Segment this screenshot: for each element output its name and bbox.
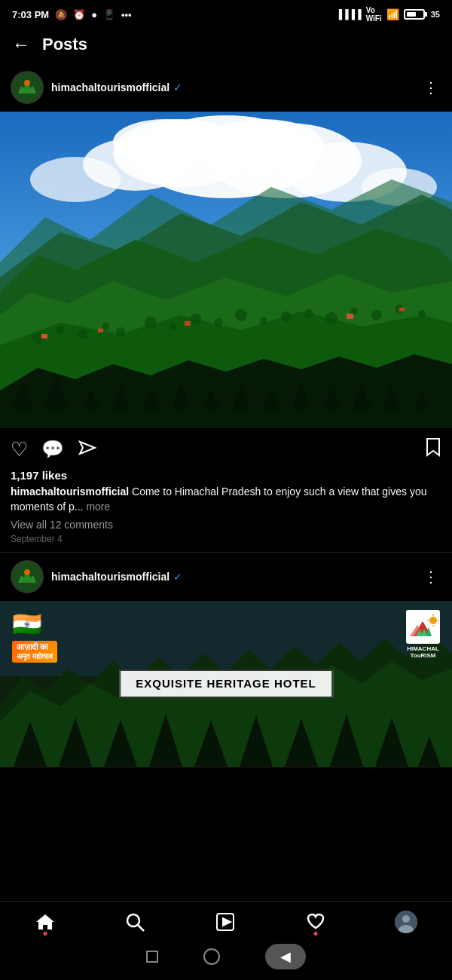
svg-point-1 bbox=[24, 80, 30, 86]
svg-point-18 bbox=[170, 323, 177, 330]
post-2-image: 🇮🇳 आज़ादी का अमृत महोत्सव bbox=[0, 601, 452, 767]
heritage-box: EXQUISITE HERITAGE HOTEL bbox=[119, 669, 333, 698]
battery-level: 35 bbox=[431, 10, 440, 19]
post-1-info: 1,197 likes himachaltourismofficial Come… bbox=[0, 467, 452, 552]
page-header: ← Posts bbox=[0, 27, 452, 63]
post-2-overlay: 🇮🇳 आज़ादी का अमृत महोत्सव bbox=[0, 601, 452, 672]
android-nav: ◀ bbox=[0, 938, 452, 980]
android-home-button[interactable] bbox=[203, 948, 220, 965]
more-link[interactable]: more bbox=[86, 501, 110, 513]
verified-badge-2: ✓ bbox=[173, 571, 182, 583]
signal-icon: ▐▐▐▐ bbox=[336, 9, 362, 20]
svg-point-86 bbox=[127, 914, 139, 926]
comments-link[interactable]: View all 12 comments bbox=[11, 519, 441, 531]
page-title: Posts bbox=[42, 35, 87, 54]
dot-icon: ● bbox=[91, 9, 97, 20]
username-row-2: himachaltourismofficial ✓ bbox=[51, 571, 182, 583]
caption: himachaltourismofficial Come to Himachal… bbox=[11, 485, 441, 514]
nav-home[interactable] bbox=[35, 911, 56, 933]
svg-line-87 bbox=[138, 925, 144, 931]
caption-author[interactable]: himachaltourismofficial bbox=[11, 485, 129, 498]
nav-reels[interactable] bbox=[215, 911, 236, 933]
bookmark-button[interactable] bbox=[425, 437, 441, 461]
back-button[interactable]: ← bbox=[12, 35, 30, 54]
svg-point-19 bbox=[191, 314, 201, 324]
heart-dot bbox=[313, 932, 317, 936]
wifi-icon: 📶 bbox=[386, 8, 399, 20]
post-1-actions: ♡ 💬 bbox=[0, 428, 452, 467]
vo-wifi-label: VoWiFi bbox=[366, 6, 382, 23]
likes-count: 1,197 likes bbox=[11, 469, 441, 482]
post-1-image bbox=[0, 112, 452, 428]
post-2: himachaltourismofficial ✓ ⋮ bbox=[0, 553, 452, 767]
svg-rect-32 bbox=[185, 321, 191, 326]
svg-point-13 bbox=[56, 326, 65, 335]
square-icon bbox=[146, 951, 158, 963]
post-1-user-info: himachaltourismofficial ✓ bbox=[11, 71, 182, 104]
nav-icons-row bbox=[0, 902, 452, 938]
svg-rect-34 bbox=[399, 308, 405, 311]
svg-point-20 bbox=[214, 318, 223, 327]
svg-point-24 bbox=[304, 309, 313, 318]
post-2-header: himachaltourismofficial ✓ ⋮ bbox=[0, 553, 452, 601]
svg-point-10 bbox=[203, 119, 324, 172]
azadi-line2: अमृत महोत्सव bbox=[17, 652, 53, 661]
heritage-box-container: EXQUISITE HERITAGE HOTEL bbox=[119, 669, 333, 698]
svg-point-81 bbox=[429, 617, 437, 624]
whatsapp-icon: 📱 bbox=[103, 9, 115, 20]
svg-rect-33 bbox=[347, 314, 353, 319]
svg-point-17 bbox=[145, 317, 157, 329]
heritage-text: EXQUISITE HERITAGE HOTEL bbox=[136, 677, 316, 690]
svg-point-14 bbox=[78, 329, 88, 339]
back-triangle-icon: ◀ bbox=[280, 948, 291, 965]
comment-button[interactable]: 💬 bbox=[41, 440, 64, 458]
svg-marker-89 bbox=[223, 918, 231, 926]
post-1: himachaltourismofficial ✓ ⋮ bbox=[0, 63, 452, 553]
verified-badge-1: ✓ bbox=[173, 81, 182, 93]
post-1-username[interactable]: himachaltourismofficial bbox=[51, 81, 170, 93]
avatar-2[interactable] bbox=[11, 560, 44, 593]
time-display: 7:03 PM bbox=[12, 9, 49, 20]
tourism-label: TouRISM bbox=[410, 652, 435, 659]
svg-point-22 bbox=[260, 317, 267, 325]
android-square-button[interactable] bbox=[146, 951, 158, 963]
more-options-button-1[interactable]: ⋮ bbox=[420, 77, 441, 98]
svg-point-23 bbox=[281, 311, 292, 322]
like-button[interactable]: ♡ bbox=[11, 439, 28, 459]
himachal-tourism-logo: HIMACHAL TouRISM bbox=[406, 610, 440, 659]
azadi-line1: आज़ादी का bbox=[17, 642, 53, 652]
himachal-label: HIMACHAL bbox=[407, 645, 439, 652]
username-row: himachaltourismofficial ✓ bbox=[51, 81, 182, 93]
svg-marker-51 bbox=[80, 442, 95, 454]
flag-icon: 🇮🇳 bbox=[12, 610, 42, 639]
share-button[interactable] bbox=[78, 438, 97, 461]
post-2-username[interactable]: himachaltourismofficial bbox=[51, 571, 170, 583]
android-back-button[interactable]: ◀ bbox=[265, 944, 306, 969]
avatar[interactable] bbox=[11, 71, 44, 104]
svg-point-53 bbox=[24, 569, 30, 575]
svg-point-25 bbox=[325, 312, 337, 324]
svg-rect-31 bbox=[98, 329, 103, 332]
azadi-logo: 🇮🇳 आज़ादी का अमृत महोत्सव bbox=[12, 610, 57, 663]
post-2-user-info: himachaltourismofficial ✓ bbox=[11, 560, 182, 593]
nav-search[interactable] bbox=[124, 911, 145, 933]
svg-point-16 bbox=[116, 327, 125, 336]
svg-point-27 bbox=[371, 310, 382, 320]
battery-icon bbox=[404, 9, 425, 20]
home-dot bbox=[43, 932, 47, 936]
svg-point-11 bbox=[113, 119, 218, 164]
more-options-button-2[interactable]: ⋮ bbox=[420, 566, 441, 587]
svg-point-91 bbox=[402, 915, 410, 923]
bottom-nav: ◀ bbox=[0, 901, 452, 980]
post-1-header: himachaltourismofficial ✓ ⋮ bbox=[0, 63, 452, 112]
svg-point-8 bbox=[30, 157, 121, 202]
post-date: September 4 bbox=[11, 534, 441, 544]
svg-rect-30 bbox=[41, 334, 47, 338]
nav-profile[interactable] bbox=[395, 911, 417, 933]
more-dots-icon: ••• bbox=[121, 9, 132, 20]
status-bar: 7:03 PM 🔕 ⏰ ● 📱 ••• ▐▐▐▐ VoWiFi 📶 35 bbox=[0, 0, 452, 27]
nav-heart[interactable] bbox=[305, 911, 326, 933]
clock-icon: ⏰ bbox=[73, 9, 85, 20]
actions-left: ♡ 💬 bbox=[11, 438, 97, 461]
circle-icon bbox=[203, 948, 220, 965]
